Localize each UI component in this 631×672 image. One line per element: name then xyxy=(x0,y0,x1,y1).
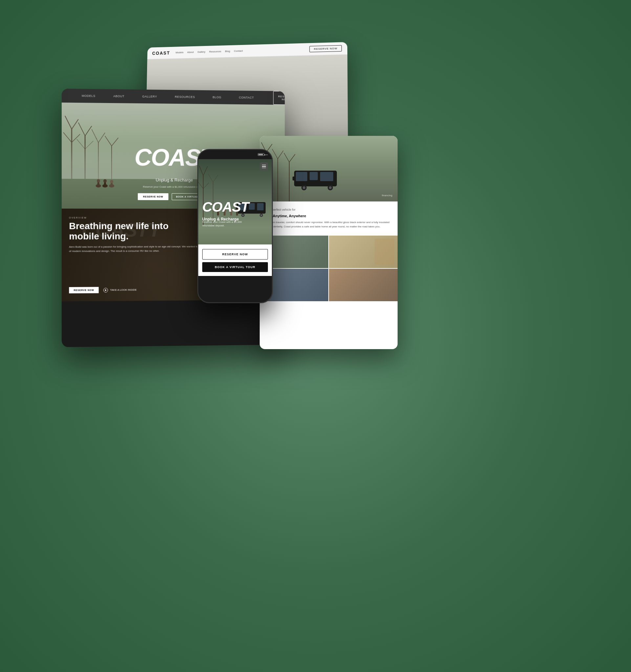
svg-line-77 xyxy=(203,183,209,189)
right-body-text: modern traveler, comfort should never mp… xyxy=(266,220,391,229)
svg-line-34 xyxy=(98,133,105,142)
mobile-hero-caption: Reserve your Coast with a $1,000 refunda… xyxy=(202,220,268,227)
mobile-hero-title: COAST xyxy=(202,199,249,215)
mobile-menu-line-1 xyxy=(262,165,266,165)
mobile-signal-icon: ▪▪▪ xyxy=(265,153,268,156)
mobile-virtual-tour-button[interactable]: BOOK A VIRTUAL TOUR xyxy=(202,262,268,272)
back-nav-resources[interactable]: Resources xyxy=(209,50,221,53)
svg-line-75 xyxy=(203,166,208,175)
mobile-bottom-panel: RESERVE NOW BOOK A VIRTUAL TOUR xyxy=(198,244,272,276)
right-pricing-label: financing xyxy=(382,194,392,197)
svg-rect-66 xyxy=(310,172,318,180)
right-comfort-label: ore Anytime, Anywhere xyxy=(266,214,391,218)
main-nav-links: Models About Gallery Resources Blog Cont… xyxy=(68,89,267,105)
back-nav-models[interactable]: Models xyxy=(176,51,184,54)
main-nav-resources[interactable]: Resources xyxy=(168,90,201,104)
main-nav-gallery[interactable]: Gallery xyxy=(136,90,163,104)
mobile-menu-line-2 xyxy=(262,166,266,167)
svg-line-26 xyxy=(72,134,80,142)
svg-line-29 xyxy=(85,126,92,136)
svg-line-76 xyxy=(198,182,203,189)
back-logo: COAST xyxy=(152,50,170,56)
svg-point-88 xyxy=(261,215,262,216)
svg-line-33 xyxy=(92,129,98,142)
back-nav-blog[interactable]: Blog xyxy=(225,50,230,53)
mobile-menu-line-3 xyxy=(262,168,266,168)
back-nav-links: Models About Gallery Resources Blog Cont… xyxy=(176,48,303,54)
main-nav-models[interactable]: Models xyxy=(75,89,102,103)
svg-rect-65 xyxy=(296,172,307,181)
overview-look-label: TAKE A LOOK INSIDE xyxy=(110,288,137,292)
overview-look-inside-link[interactable]: TAKE A LOOK INSIDE xyxy=(103,287,137,292)
svg-line-79 xyxy=(208,174,213,182)
desktop-mockup-right: financing The perfect vehicle for ore An… xyxy=(260,136,398,349)
main-reserve-button[interactable]: RESERVE NOW xyxy=(273,91,285,105)
overview-section-label: OVERVIEW xyxy=(69,217,87,219)
hero-reserve-button[interactable]: RESERVE NOW xyxy=(138,193,168,200)
main-nav-contact[interactable]: Contact xyxy=(232,91,260,105)
mobile-caption-line1: Reserve your Coast with a $1,000 xyxy=(202,220,242,223)
overview-heading-line1: Breathing new life into xyxy=(69,221,168,231)
right-rv xyxy=(293,167,394,192)
overview-reserve-button[interactable]: RESERVE NOW xyxy=(69,287,99,293)
svg-point-70 xyxy=(303,186,305,189)
svg-line-60 xyxy=(278,151,283,159)
main-nav-blog[interactable]: Blog xyxy=(206,90,228,104)
mobile-caption-line2: refundable deposit. xyxy=(202,224,225,227)
overview-action-buttons: RESERVE NOW TAKE A LOOK INSIDE xyxy=(69,287,137,293)
svg-point-71 xyxy=(329,186,332,189)
overview-heading-line2: mobile living. xyxy=(69,231,128,241)
scene-container: COAST Models About Gallery Resources Blo… xyxy=(37,24,594,648)
svg-line-24 xyxy=(72,119,78,129)
svg-line-59 xyxy=(272,149,278,159)
svg-rect-84 xyxy=(257,203,264,210)
mobile-hero-section: COAST Unplug & Recharge Reserve your Coa… xyxy=(198,159,272,244)
mobile-mockup: ▪▪▪ xyxy=(197,149,273,303)
svg-line-25 xyxy=(63,132,72,142)
right-text-section: The perfect vehicle for ore Anytime, Any… xyxy=(260,201,398,236)
svg-line-62 xyxy=(284,153,289,162)
svg-line-28 xyxy=(78,123,85,136)
overview-heading: Breathing new life into mobile living. xyxy=(69,221,168,241)
svg-line-80 xyxy=(213,175,218,182)
svg-rect-72 xyxy=(293,176,295,181)
right-grid-img-4 xyxy=(329,269,398,301)
main-desktop-nav: Models About Gallery Resources Blog Cont… xyxy=(62,89,285,105)
svg-rect-83 xyxy=(249,203,255,210)
mobile-reserve-button[interactable]: RESERVE NOW xyxy=(202,249,268,260)
svg-rect-67 xyxy=(320,172,333,181)
play-icon xyxy=(103,288,108,292)
main-nav-about[interactable]: About xyxy=(107,89,131,103)
right-subheading: The perfect vehicle for xyxy=(266,208,391,211)
back-nav-about[interactable]: About xyxy=(187,50,194,53)
right-grid-img-2 xyxy=(329,236,398,268)
mobile-status-bar: ▪▪▪ xyxy=(198,150,272,159)
svg-line-63 xyxy=(289,154,295,162)
play-triangle xyxy=(105,289,107,291)
mobile-battery-icon xyxy=(258,153,264,156)
back-reserve-button[interactable]: RESERVE NOW xyxy=(310,45,342,52)
back-nav-contact[interactable]: Contact xyxy=(234,50,243,52)
svg-line-74 xyxy=(199,166,203,175)
mobile-menu-button[interactable] xyxy=(260,162,268,170)
svg-line-23 xyxy=(65,116,72,129)
back-nav-gallery[interactable]: Gallery xyxy=(197,50,205,53)
right-top-image: financing xyxy=(260,136,398,201)
right-image-grid xyxy=(260,236,398,301)
